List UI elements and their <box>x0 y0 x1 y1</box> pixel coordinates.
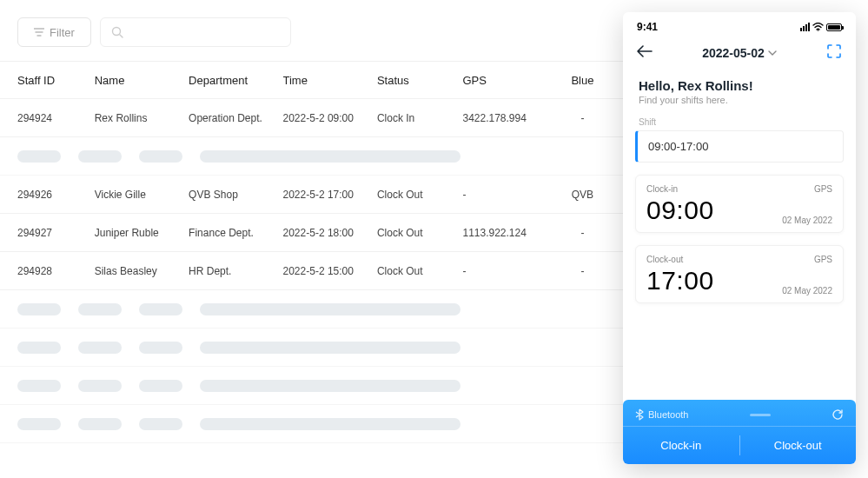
table-row[interactable]: 294926 Vickie Gille QVB Shop 2022-5-2 17… <box>0 176 626 214</box>
wifi-icon <box>812 23 824 31</box>
selected-date: 2022-05-02 <box>702 46 765 60</box>
col-department: Department <box>189 74 282 87</box>
bluetooth-panel: Bluetooth Clock-in Clock-out <box>623 400 856 464</box>
filter-icon <box>34 28 44 37</box>
attendance-table: Staff ID Name Department Time Status GPS… <box>0 61 626 443</box>
clock-out-time: 17:00 <box>646 266 714 295</box>
scan-button[interactable] <box>826 43 842 63</box>
clock-in-date: 02 May 2022 <box>782 216 832 225</box>
col-staff-id: Staff ID <box>17 74 95 87</box>
bluetooth-clock-out-button[interactable]: Clock-out <box>740 427 857 464</box>
clock-in-label: Clock-in <box>646 184 678 194</box>
greeting-subtitle: Find your shifts here. <box>639 95 840 105</box>
table-row-skeleton <box>0 290 626 329</box>
table-row[interactable]: 294928 Silas Beasley HR Dept. 2022-5-2 1… <box>0 252 626 290</box>
clock-in-time: 09:00 <box>646 196 714 225</box>
col-time: Time <box>283 74 377 87</box>
col-status: Status <box>377 74 463 87</box>
status-bar: 9:41 <box>623 12 856 37</box>
back-button[interactable] <box>637 45 653 61</box>
scan-icon <box>826 43 842 59</box>
filter-button[interactable]: Filter <box>17 17 91 47</box>
toolbar: Filter <box>0 17 626 61</box>
shift-time: 09:00-17:00 <box>648 140 708 153</box>
table-row-skeleton <box>0 405 626 443</box>
clock-out-date: 02 May 2022 <box>782 286 832 295</box>
refresh-icon[interactable] <box>832 408 844 421</box>
search-input[interactable] <box>100 17 291 47</box>
signal-icon <box>800 23 810 31</box>
table-header: Staff ID Name Department Time Status GPS… <box>0 61 626 99</box>
shift-label: Shift <box>623 107 856 130</box>
attendance-desktop: Filter Staff ID Name Department Time Sta… <box>0 0 626 478</box>
shift-selector[interactable]: 09:00-17:00 <box>635 130 844 163</box>
search-icon <box>111 26 123 38</box>
drag-handle-icon[interactable] <box>750 414 771 416</box>
filter-label: Filter <box>50 26 75 39</box>
clock-in-card: Clock-in GPS 09:00 02 May 2022 <box>635 175 844 233</box>
bluetooth-clock-in-button[interactable]: Clock-in <box>623 427 739 464</box>
clock-out-method: GPS <box>814 255 832 264</box>
clock-in-method: GPS <box>814 184 832 194</box>
date-picker[interactable]: 2022-05-02 <box>702 46 777 60</box>
bluetooth-icon <box>635 408 644 421</box>
table-row[interactable]: 294924 Rex Rollins Operation Dept. 2022-… <box>0 99 626 137</box>
device-time: 9:41 <box>637 21 658 33</box>
arrow-left-icon <box>637 45 653 57</box>
greeting-title: Hello, Rex Rollins! <box>639 78 840 93</box>
mobile-app: 9:41 2022-05-02 Hello, Rex Rollins! Find… <box>623 12 856 464</box>
clock-out-card: Clock-out GPS 17:00 02 May 2022 <box>635 245 844 303</box>
svg-point-1 <box>818 30 819 31</box>
battery-icon <box>826 23 842 31</box>
clock-out-label: Clock-out <box>646 255 683 264</box>
bluetooth-label: Bluetooth <box>648 409 688 420</box>
status-icons <box>800 23 842 31</box>
chevron-down-icon <box>768 50 777 56</box>
col-name: Name <box>95 74 189 87</box>
table-row[interactable]: 294927 Juniper Ruble Finance Dept. 2022-… <box>0 214 626 252</box>
col-gps: GPS <box>462 74 556 87</box>
table-row-skeleton <box>0 137 626 176</box>
col-bluetooth: Blue <box>557 74 608 87</box>
table-row-skeleton <box>0 367 626 405</box>
greeting: Hello, Rex Rollins! Find your shifts her… <box>623 70 856 107</box>
table-row-skeleton <box>0 329 626 367</box>
phone-header: 2022-05-02 <box>623 37 856 70</box>
svg-point-0 <box>112 28 120 36</box>
